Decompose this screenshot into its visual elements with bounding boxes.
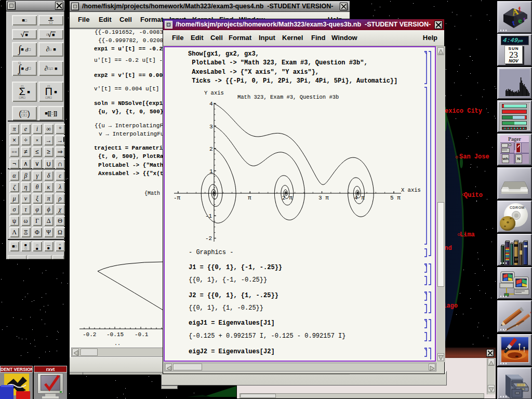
svg-text:..: ..	[114, 341, 121, 347]
svg-text:3: 3	[209, 124, 213, 130]
svg-text:5 π: 5 π	[390, 195, 401, 201]
svg-text:Math 323, Exam #3, Question #3: Math 323, Exam #3, Question #3b	[237, 94, 339, 100]
svg-text:1: 1	[209, 168, 213, 175]
svg-text:-π: -π	[174, 195, 181, 201]
svg-text:2 π: 2 π	[282, 195, 292, 201]
svg-text:4: 4	[209, 101, 213, 107]
svg-text:π: π	[248, 195, 251, 201]
svg-text:X axis: X axis	[401, 187, 421, 193]
svg-text:3 π: 3 π	[318, 195, 329, 201]
svg-text:-0.1: -0.1	[135, 331, 149, 338]
svg-text:Y axis: Y axis	[204, 90, 224, 96]
svg-text:-0.15: -0.15	[107, 331, 124, 338]
svg-text:-0.2: -0.2	[83, 331, 96, 338]
svg-text:-1: -1	[205, 213, 212, 219]
svg-text:-2: -2	[205, 235, 212, 242]
svg-text:2: 2	[209, 146, 213, 152]
svg-text:4 π: 4 π	[354, 195, 365, 201]
